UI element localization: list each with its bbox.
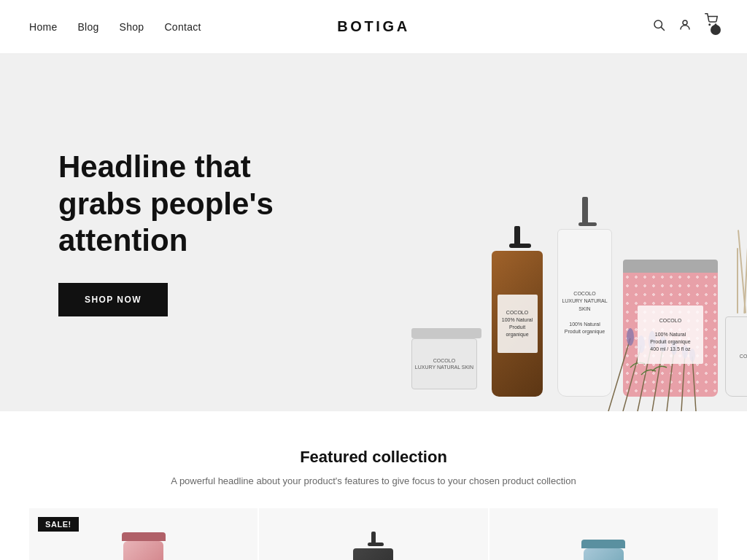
cart-icon[interactable]: 0 <box>705 13 718 40</box>
svg-point-2 <box>683 20 687 25</box>
product-amber-bottle: COCOLO100% NaturalProduit organique <box>492 226 543 397</box>
product-card-2[interactable] <box>259 508 487 560</box>
main-nav: Home Blog Shop Contact <box>29 21 201 33</box>
hero-text-block: Headline that grabs people's attention S… <box>0 149 306 316</box>
sale-badge: SALE! <box>38 517 79 532</box>
nav-shop[interactable]: Shop <box>120 21 144 33</box>
svg-point-3 <box>709 24 711 26</box>
svg-line-1 <box>661 27 664 30</box>
hero-section: Headline that grabs people's attention S… <box>0 54 747 411</box>
product-jar-small: COCOLOLUXURY NATURAL SKIN <box>411 328 481 389</box>
nav-home[interactable]: Home <box>29 21 57 33</box>
hero-headline: Headline that grabs people's attention <box>58 149 306 259</box>
product-grid: SALE! <box>29 508 718 560</box>
account-icon[interactable] <box>678 18 692 35</box>
svg-point-12 <box>627 328 634 346</box>
header-actions: 0 <box>652 13 718 40</box>
site-logo: BOTIGA <box>337 18 409 35</box>
nav-contact[interactable]: Contact <box>164 21 201 33</box>
cart-count: 0 <box>711 25 721 35</box>
svg-line-11 <box>692 357 696 411</box>
product-image-3 <box>489 526 718 560</box>
featured-title: Featured collection <box>29 448 718 467</box>
shop-now-button[interactable]: SHOP NOW <box>58 283 168 316</box>
search-icon[interactable] <box>652 18 665 35</box>
product-card-3[interactable] <box>489 508 718 560</box>
featured-section: Featured collection A powerful headline … <box>0 411 747 560</box>
nav-blog[interactable]: Blog <box>77 21 98 33</box>
product-card-1[interactable]: SALE! <box>29 508 258 560</box>
featured-subtitle: A powerful headline about your product's… <box>29 475 718 486</box>
product-diffuser: COCOLO <box>725 226 747 397</box>
product-image-2 <box>259 526 487 560</box>
svg-line-5 <box>608 338 630 411</box>
site-header: Home Blog Shop Contact BOTIGA 0 <box>0 0 747 54</box>
hero-products: COCOLOLUXURY NATURAL SKIN COCOLO100% Nat… <box>295 54 747 411</box>
